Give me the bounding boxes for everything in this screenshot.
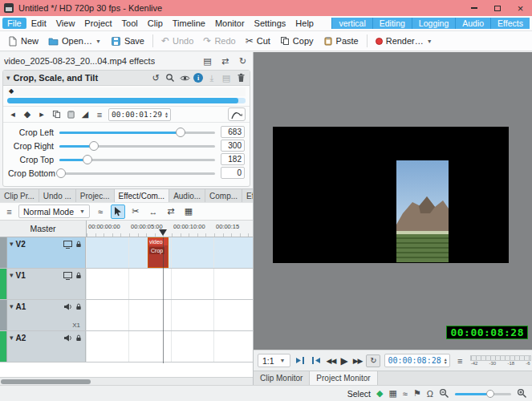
new-button[interactable]: New	[3, 34, 43, 49]
lock-track-icon[interactable]	[75, 271, 83, 280]
keyframe-menu-icon[interactable]: ≡	[94, 109, 105, 120]
copy-button[interactable]: Copy	[276, 34, 318, 48]
timeline-hscrollbar[interactable]	[0, 377, 253, 385]
track-header-a1[interactable]: ▾ A1 X1	[7, 300, 86, 330]
menu-timeline[interactable]: Timeline	[168, 18, 210, 29]
collapse-chevron-icon[interactable]: ▾	[6, 74, 10, 82]
previous-keyframe-icon[interactable]: ◂	[7, 109, 18, 120]
menu-edit[interactable]: Edit	[26, 18, 51, 29]
lock-track-icon[interactable]	[75, 302, 83, 311]
track-header-v1[interactable]: ▾ V1	[7, 269, 86, 299]
timeline-menu-icon[interactable]: ≡	[3, 205, 15, 217]
slider-handle[interactable]	[486, 390, 494, 398]
tab-project-monitor[interactable]: Project Monitor	[310, 371, 377, 385]
track-header-a2[interactable]: ▾ A2	[7, 331, 86, 362]
workspace-logging[interactable]: Logging	[412, 18, 455, 29]
workspace-audio[interactable]: Audio	[455, 18, 490, 29]
forward-icon[interactable]: ▶▶	[353, 357, 363, 365]
spacer-tool-button[interactable]: ↔	[146, 205, 160, 219]
menu-clip[interactable]: Clip	[143, 18, 168, 29]
grid-view-icon[interactable]: ▤	[201, 55, 213, 67]
open-button[interactable]: Open… ▼	[44, 34, 105, 49]
tab-clip-monitor[interactable]: Clip Monitor	[254, 371, 310, 385]
selection-tool-button[interactable]	[111, 205, 125, 219]
keyframe-zoombar-fill[interactable]	[7, 98, 238, 103]
menu-project[interactable]: Project	[79, 18, 116, 29]
monitor-zoom-combo[interactable]: 1:1 ▼	[258, 354, 290, 367]
edit-mode-combo[interactable]: Normal Mode ▼	[18, 205, 90, 218]
slider-handle[interactable]	[89, 141, 99, 151]
redo-button[interactable]: ↷ Redo	[199, 33, 239, 49]
presets-icon[interactable]: ▤	[221, 72, 232, 83]
zone-in-icon[interactable]	[294, 354, 307, 367]
audio-thumbnails-toggle-icon[interactable]: ≈	[403, 389, 408, 399]
minimize-button[interactable]	[462, 0, 485, 16]
save-preset-icon[interactable]: ⤓	[206, 72, 217, 83]
tab-undo-history[interactable]: Undo ...	[39, 189, 76, 202]
keyframe-timecode-spinbox[interactable]: 00:00:01:29 ▲▼	[108, 108, 171, 121]
track-target-a1[interactable]	[0, 300, 7, 330]
timeline-zoom-slider[interactable]	[455, 388, 511, 399]
master-track-button[interactable]: Master	[0, 221, 87, 237]
menu-view[interactable]: View	[51, 18, 80, 29]
track-lane-v1[interactable]	[86, 269, 253, 299]
keyframe-interpolation-icon[interactable]: ◢	[79, 109, 91, 120]
crop-bottom-value[interactable]: 0	[221, 167, 245, 179]
curve-editor-button[interactable]	[228, 107, 246, 121]
paste-button[interactable]: Paste	[319, 34, 363, 48]
menu-file[interactable]: File	[2, 18, 26, 29]
playhead-marker[interactable]	[159, 229, 167, 236]
effect-header[interactable]: ▾ Crop, Scale, and Tilt ↺ i ⤓ ▤	[3, 71, 250, 86]
workspace-editing[interactable]: Editing	[372, 18, 412, 29]
compare-icon[interactable]: ⇄	[219, 55, 231, 67]
zoom-out-icon[interactable]	[439, 388, 449, 399]
tab-clip-properties[interactable]: Clip Pr...	[0, 189, 39, 202]
track-target-v2[interactable]	[0, 237, 7, 268]
razor-tool-button[interactable]: ✂	[128, 205, 143, 219]
mix-tool-icon[interactable]: ≈	[93, 205, 108, 219]
keyframe-zoombar[interactable]	[7, 98, 246, 103]
keyframe-ruler[interactable]: ◆	[7, 87, 246, 96]
tab-project-bin[interactable]: Projec...	[76, 189, 115, 202]
project-monitor[interactable]: 00:00:08:28	[254, 52, 532, 350]
marker-comments-toggle-icon[interactable]: ⚑	[413, 388, 421, 399]
workspace-effects[interactable]: Effects	[490, 18, 530, 29]
speaker-icon[interactable]	[63, 334, 72, 342]
menu-tool[interactable]: Tool	[117, 18, 143, 29]
cut-button[interactable]: ✂ Cut	[242, 33, 274, 49]
menu-settings[interactable]: Settings	[250, 18, 291, 29]
track-target-v1[interactable]	[0, 269, 7, 299]
title-bar[interactable]: Untitled */ HD 720p 30 fps - Kdenlive ×	[0, 0, 532, 16]
video-thumbnails-toggle-icon[interactable]: ▦	[388, 388, 396, 399]
collapse-chevron-icon[interactable]: ▾	[10, 334, 14, 342]
crop-left-slider[interactable]	[59, 126, 215, 139]
track-target-a2[interactable]	[0, 331, 7, 362]
snap-toggle-icon[interactable]: ◆	[376, 388, 383, 399]
rewind-icon[interactable]: ◀◀	[327, 357, 336, 365]
collapse-chevron-icon[interactable]: ▾	[10, 302, 14, 310]
crop-right-slider[interactable]	[59, 140, 215, 152]
eye-icon[interactable]	[179, 72, 190, 83]
refresh-icon[interactable]: ↻	[237, 55, 249, 67]
copy-keyframes-icon[interactable]	[51, 109, 62, 120]
lock-track-icon[interactable]	[75, 240, 83, 249]
undo-button[interactable]: ↶ Undo	[157, 33, 197, 49]
track-lane-a1[interactable]	[86, 300, 253, 330]
add-keyframe-icon[interactable]: ◆	[22, 109, 33, 120]
play-icon[interactable]: ▶	[340, 355, 347, 367]
track-lane-v2[interactable]: video Crop	[86, 237, 253, 268]
save-button[interactable]: Save	[107, 34, 148, 49]
timeline-ruler[interactable]: 00:00:00:00 00:00:05:00 00:00:10:00 00:0…	[87, 221, 253, 237]
info-icon[interactable]: i	[193, 73, 203, 83]
workspace-vertical[interactable]: vertical	[331, 18, 372, 29]
keyframe-diamond-icon[interactable]: ◆	[9, 87, 14, 95]
slip-tool-button[interactable]: ⇄	[164, 205, 178, 219]
slider-handle[interactable]	[56, 168, 66, 178]
track-lane-a2[interactable]	[86, 331, 253, 362]
crop-bottom-slider[interactable]	[59, 167, 215, 180]
collapse-chevron-icon[interactable]: ▾	[10, 240, 14, 248]
slider-handle[interactable]	[176, 128, 185, 137]
zoom-in-icon[interactable]	[517, 388, 527, 399]
scrollbar-thumb[interactable]	[1, 379, 91, 384]
menu-monitor[interactable]: Monitor	[210, 18, 250, 29]
